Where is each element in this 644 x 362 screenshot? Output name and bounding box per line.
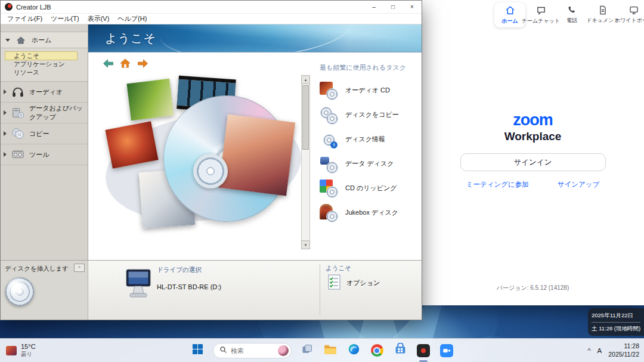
zoom-product-name: Workplace (422, 130, 644, 143)
forward-arrow-icon (137, 59, 148, 70)
task-disc-info[interactable]: ディスク情報 (320, 127, 427, 151)
edge-icon (348, 343, 360, 358)
copy-discs-icon (11, 127, 25, 140)
sidebar-item-welcome[interactable]: ようこそ (5, 52, 77, 60)
folder-icon (324, 344, 337, 357)
zoom-tab-bar: ホーム チームチャット 電話 ドキュメント ホワイトボード (494, 2, 644, 27)
task-jukebox-disc[interactable]: Jukebox ディスク (320, 200, 427, 225)
menu-view[interactable]: 表示(V) (83, 14, 114, 23)
zoom-camera-icon (440, 344, 453, 357)
back-arrow-icon (103, 59, 114, 70)
creator-titlebar[interactable]: Creator LJB – □ × (1, 1, 422, 14)
datetime-widget[interactable]: 2025年11月22日 土 11:28 (現地時間) (588, 308, 644, 336)
menu-help[interactable]: ヘルプ(H) (113, 14, 151, 23)
tab-home[interactable]: ホーム (494, 2, 525, 27)
creator-app-button[interactable] (416, 343, 431, 358)
chrome-button[interactable] (369, 343, 385, 358)
creator-window-title: Creator LJB (16, 4, 51, 11)
task-cd-ripping[interactable]: CD のリッピング (320, 176, 427, 200)
zoom-app-button[interactable] (439, 343, 454, 358)
sign-up-link[interactable]: サインアップ (558, 180, 600, 189)
insert-disc-label: ディスクを挿入します (5, 265, 69, 273)
drive-name[interactable]: HL-DT-ST BD-RE (D:) (157, 283, 221, 290)
task-copy-disc[interactable]: ディスクをコピー (320, 103, 427, 127)
system-tray: ^ A 11:28 2025/11/22 (587, 339, 639, 362)
data-disc-icon (320, 155, 338, 173)
scrollbar[interactable]: ▲ ▼ (301, 75, 310, 249)
welcome-collage-image (105, 81, 308, 254)
store-button[interactable] (392, 343, 408, 358)
task-audio-cd[interactable]: オーディオ CD (320, 78, 427, 103)
tab-whiteboard[interactable]: ホワイトボード (618, 2, 644, 27)
taskbar-center (190, 339, 454, 362)
welcome-banner: ようこそ (88, 24, 422, 52)
creator-app-icon (5, 3, 13, 11)
task-view-button[interactable] (299, 343, 315, 358)
scrollbar-thumb[interactable] (302, 85, 309, 150)
file-explorer-button[interactable] (323, 343, 338, 358)
menu-tools[interactable]: ツール(T) (47, 14, 83, 23)
tab-docs[interactable]: ドキュメント (587, 2, 618, 27)
tree-collapsed-icon (4, 131, 7, 136)
nav-back-button[interactable] (101, 59, 114, 69)
taskbar: 15°C 曇り ^ A 11:28 2025/ (0, 338, 644, 362)
tab-team-chat[interactable]: チームチャット (525, 2, 556, 27)
windows-logo-icon (192, 344, 203, 357)
sign-in-button[interactable]: サインイン (460, 153, 606, 171)
home-icon (14, 36, 28, 44)
search-input[interactable] (231, 347, 273, 354)
sidebar-tools-label: ツール (29, 150, 49, 159)
start-button[interactable] (190, 343, 205, 358)
sidebar-home-label: ホーム (32, 36, 52, 45)
tree-expanded-icon (5, 39, 10, 42)
collage-photo-couple (219, 115, 295, 196)
sidebar-item-home[interactable]: ホーム (1, 32, 88, 48)
document-icon (598, 5, 608, 15)
ime-indicator[interactable]: A (597, 347, 602, 354)
banner-title: ようこそ (105, 30, 156, 47)
home-nav-icon (120, 58, 131, 70)
sidebar-data-backup-label: データおよびバックアップ (29, 104, 88, 122)
search-icon (219, 345, 227, 356)
weather-temperature: 15°C (21, 343, 36, 351)
sidebar-item-audio[interactable]: オーディオ (1, 82, 88, 103)
widget-divider (592, 322, 640, 323)
menu-file[interactable]: ファイル(F) (3, 14, 47, 23)
weather-widget[interactable]: 15°C 曇り (0, 339, 43, 362)
tray-chevron-icon[interactable]: ^ (587, 347, 590, 354)
scrollbar-down-button[interactable]: ▼ (301, 240, 310, 249)
close-button[interactable]: × (402, 1, 422, 13)
join-meeting-link[interactable]: ミーティングに参加 (466, 180, 529, 189)
widget-date: 2025年11月22日 (592, 312, 640, 320)
window-controls: – □ × (364, 1, 422, 13)
edge-button[interactable] (346, 343, 361, 358)
cd-icon (5, 277, 34, 306)
sidebar-item-applications[interactable]: アプリケーション (5, 60, 77, 68)
sidebar-item-data-backup[interactable]: データおよびバックアップ (1, 103, 88, 123)
collage-photo-garden (126, 79, 174, 120)
collapse-panel-button[interactable]: ^ (74, 264, 85, 272)
sidebar-item-tools[interactable]: ツール (1, 144, 88, 165)
sidebar-item-copy[interactable]: コピー (1, 123, 88, 144)
weather-condition: 曇り (21, 351, 36, 357)
nav-home-button[interactable] (119, 59, 132, 69)
screen: ホーム チームチャット 電話 ドキュメント ホワイトボード zoom Workp… (0, 0, 644, 362)
cd-ripping-icon (320, 180, 338, 197)
options-label[interactable]: オプション (346, 279, 380, 287)
creator-taskbar-icon (417, 344, 430, 357)
task-data-disc[interactable]: データ ディスク (320, 151, 427, 176)
nav-forward-button[interactable] (136, 59, 149, 69)
minimize-button[interactable]: – (364, 1, 383, 13)
sidebar-item-resources[interactable]: リソース (5, 69, 77, 76)
tab-phone[interactable]: 電話 (556, 2, 587, 27)
sidebar-audio-label: オーディオ (29, 88, 63, 97)
collage-mini-disc (193, 154, 228, 188)
maximize-button[interactable]: □ (383, 1, 402, 13)
scrollbar-up-button[interactable]: ▲ (301, 75, 310, 84)
taskbar-clock[interactable]: 11:28 2025/11/22 (608, 342, 639, 358)
creator-menubar: ファイル(F) ツール(T) 表示(V) ヘルプ(H) (1, 14, 422, 24)
chrome-icon (371, 344, 383, 357)
insert-disc-panel: ディスクを挿入します ^ (1, 261, 88, 320)
taskbar-search[interactable] (213, 343, 292, 358)
weather-icon (6, 346, 17, 355)
